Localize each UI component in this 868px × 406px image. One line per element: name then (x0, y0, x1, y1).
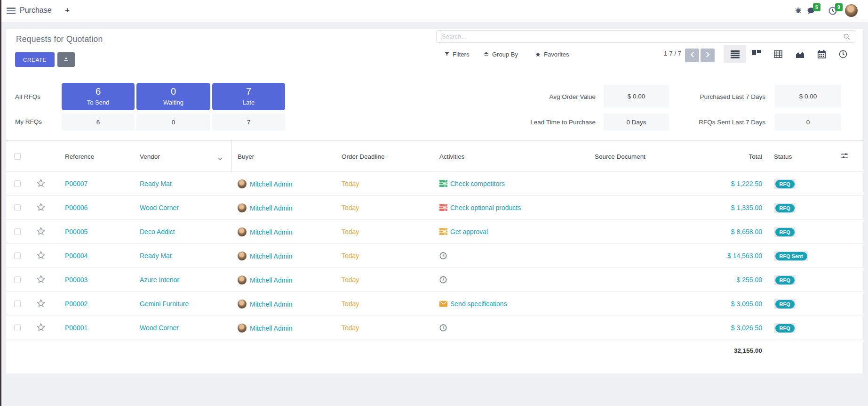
row-checkbox[interactable] (14, 228, 21, 235)
activity-cell[interactable]: Check optional products (433, 204, 589, 211)
table-row[interactable]: P00002 Gemini Furniture Mitchell Admin T… (6, 292, 863, 316)
favorite-star-icon[interactable] (37, 253, 45, 260)
user-avatar[interactable] (845, 4, 858, 17)
row-checkbox[interactable] (14, 276, 21, 283)
favorite-star-icon[interactable] (37, 181, 45, 188)
create-button[interactable]: CREATE (15, 52, 55, 67)
export-download-button[interactable] (57, 52, 75, 67)
table-row[interactable]: P00007 Ready Mat Mitchell Admin Today Ch… (6, 172, 863, 196)
order-deadline-cell[interactable]: Today (335, 324, 433, 332)
table-row[interactable]: P00006 Wood Corner Mitchell Admin Today … (6, 196, 863, 220)
favorite-star-icon[interactable] (37, 229, 45, 236)
search-icon[interactable] (843, 33, 851, 42)
kpi-card-waiting[interactable]: 0 Waiting (136, 83, 210, 110)
activities-clock-icon[interactable]: 9 (828, 6, 837, 16)
column-header-reference[interactable]: Reference (59, 153, 134, 160)
messages-icon[interactable]: 5 (806, 6, 816, 16)
my-rfqs-label[interactable]: My RFQs (15, 118, 42, 125)
rfqs-sent-7d-cell[interactable]: 0 (775, 114, 841, 130)
row-checkbox[interactable] (14, 300, 21, 307)
order-deadline-cell[interactable]: Today (335, 204, 433, 211)
rfq-reference-link[interactable]: P00006 (59, 204, 134, 211)
buyer-cell[interactable]: Mitchell Admin (231, 324, 335, 333)
rfq-reference-link[interactable]: P00007 (59, 180, 134, 187)
buyer-cell[interactable]: Mitchell Admin (231, 203, 335, 212)
kpi-card-late[interactable]: 7 Late (212, 83, 285, 110)
vendor-link[interactable]: Azure Interior (134, 276, 231, 284)
vendor-link[interactable]: Wood Corner (134, 204, 231, 211)
avg-order-value-cell[interactable]: $ 0.00 (604, 85, 669, 107)
activity-cell[interactable]: Check competitors (433, 180, 589, 187)
column-header-deadline[interactable]: Order Deadline (335, 153, 433, 160)
favorite-star-icon[interactable] (37, 205, 45, 212)
favorite-star-icon[interactable] (37, 277, 45, 284)
table-row[interactable]: P00001 Wood Corner Mitchell Admin Today … (6, 316, 863, 340)
row-checkbox[interactable] (14, 180, 21, 187)
pivot-view-button[interactable] (767, 45, 789, 63)
column-header-vendor[interactable]: Vendor (134, 141, 231, 172)
activity-cell[interactable] (433, 252, 589, 260)
order-deadline-cell[interactable]: Today (335, 180, 433, 187)
graph-view-button[interactable] (789, 45, 811, 63)
activity-cell[interactable]: Send specifications (433, 300, 589, 308)
pager-prev-button[interactable] (685, 49, 699, 62)
app-name[interactable]: Purchase (20, 6, 52, 15)
list-view-button[interactable] (724, 45, 746, 63)
column-header-buyer[interactable]: Buyer (231, 153, 335, 160)
vendor-link[interactable]: Gemini Furniture (134, 300, 231, 308)
column-header-activities[interactable]: Activities (433, 153, 589, 160)
pager-next-button[interactable] (701, 49, 715, 62)
rfq-reference-link[interactable]: P00002 (59, 300, 134, 308)
buyer-cell[interactable]: Mitchell Admin (231, 300, 335, 309)
debug-bug-icon[interactable] (794, 6, 804, 16)
favorite-star-icon[interactable] (37, 301, 45, 309)
my-to-send-cell[interactable]: 6 (62, 114, 135, 130)
vendor-link[interactable]: Deco Addict (134, 228, 231, 235)
favorites-button[interactable]: Favorites (535, 48, 569, 60)
column-header-status[interactable]: Status (762, 153, 833, 160)
activity-cell[interactable] (433, 276, 589, 284)
activity-view-button[interactable] (832, 45, 854, 63)
new-tab-plus-icon[interactable]: + (65, 6, 70, 15)
lead-time-cell[interactable]: 0 Days (604, 114, 669, 130)
table-row[interactable]: P00004 Ready Mat Mitchell Admin Today $ … (6, 244, 863, 268)
buyer-cell[interactable]: Mitchell Admin (231, 252, 335, 260)
rfq-reference-link[interactable]: P00001 (59, 324, 134, 332)
select-all-checkbox[interactable] (14, 153, 21, 160)
row-checkbox[interactable] (14, 204, 21, 211)
calendar-view-button[interactable] (811, 45, 832, 63)
rfq-reference-link[interactable]: P00003 (59, 276, 134, 284)
table-row[interactable]: P00003 Azure Interior Mitchell Admin Tod… (6, 268, 863, 292)
rfq-reference-link[interactable]: P00004 (59, 252, 134, 260)
buyer-cell[interactable]: Mitchell Admin (231, 276, 335, 284)
all-rfqs-label[interactable]: All RFQs (15, 93, 40, 100)
order-deadline-cell[interactable]: Today (335, 300, 433, 308)
purchased-7d-cell[interactable]: $ 0.00 (775, 85, 841, 107)
activity-cell[interactable]: Get approval (433, 228, 589, 235)
filters-button[interactable]: Filters (444, 48, 469, 60)
order-deadline-cell[interactable]: Today (335, 252, 433, 260)
vendor-link[interactable]: Ready Mat (134, 180, 231, 187)
order-deadline-cell[interactable]: Today (335, 276, 433, 284)
kpi-card-to-send[interactable]: 6 To Send (62, 83, 135, 110)
search-input[interactable] (442, 31, 837, 42)
rfq-reference-link[interactable]: P00005 (59, 228, 134, 235)
vendor-link[interactable]: Ready Mat (134, 252, 231, 260)
group-by-button[interactable]: Group By (483, 48, 518, 60)
my-late-cell[interactable]: 7 (212, 114, 285, 130)
column-header-source[interactable]: Source Document (589, 153, 697, 160)
my-waiting-cell[interactable]: 0 (136, 114, 210, 130)
column-header-total[interactable]: Total (697, 153, 762, 160)
favorite-star-icon[interactable] (37, 325, 45, 333)
kanban-view-button[interactable] (746, 45, 767, 63)
vendor-link[interactable]: Wood Corner (134, 324, 231, 332)
menu-icon[interactable] (7, 8, 16, 14)
row-checkbox[interactable] (14, 325, 21, 331)
order-deadline-cell[interactable]: Today (335, 228, 433, 235)
buyer-cell[interactable]: Mitchell Admin (231, 179, 335, 188)
optional-columns-icon[interactable] (841, 154, 849, 161)
row-checkbox[interactable] (14, 252, 21, 259)
table-row[interactable]: P00005 Deco Addict Mitchell Admin Today … (6, 220, 863, 244)
activity-cell[interactable] (433, 324, 589, 332)
buyer-cell[interactable]: Mitchell Admin (231, 227, 335, 236)
